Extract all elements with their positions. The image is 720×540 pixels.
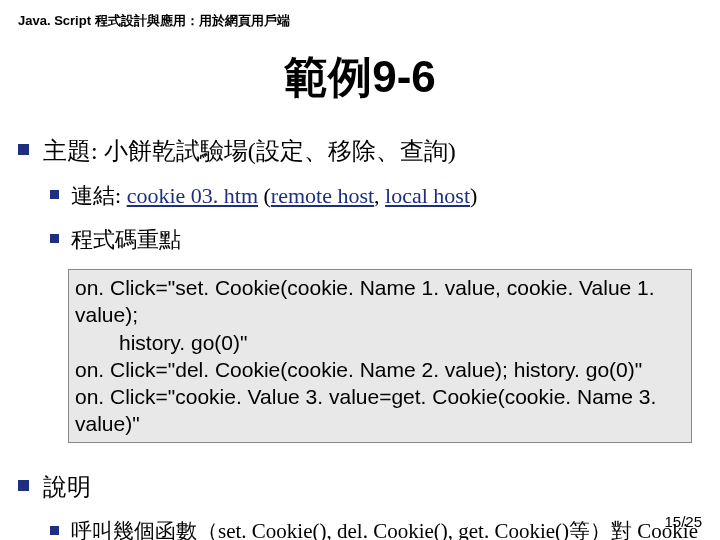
code-box: on. Click="set. Cookie(cookie. Name 1. v… <box>68 269 692 443</box>
topic-body: : 小餅乾試驗場(設定、移除、查詢) <box>91 138 456 164</box>
page-number: 15/25 <box>664 513 702 530</box>
explain-row: 說明 <box>18 471 702 503</box>
title-cjk: 範例 <box>284 53 372 102</box>
link-line: 連結: cookie 03. htm (remote host, local h… <box>71 181 477 211</box>
explain-body-row: 呼叫幾個函數（set. Cookie(), del. Cookie(), get… <box>50 517 702 540</box>
paren-open: ( <box>258 183 271 208</box>
link-file[interactable]: cookie 03. htm <box>127 183 258 208</box>
title-latin: 9-6 <box>372 52 436 101</box>
link-prefix: 連結: <box>71 183 127 208</box>
code-line: history. go(0)" <box>75 329 685 356</box>
code-line: on. Click="del. Cookie(cookie. Name 2. v… <box>75 358 642 381</box>
topic-text: 主題: 小餅乾試驗場(設定、移除、查詢) <box>43 135 456 167</box>
code-line: on. Click="cookie. Value 3. value=get. C… <box>75 385 656 435</box>
slide-title: 範例9-6 <box>18 48 702 107</box>
link-row: 連結: cookie 03. htm (remote host, local h… <box>50 181 702 211</box>
sep: , <box>374 183 385 208</box>
link-remote[interactable]: remote host <box>271 183 374 208</box>
bullet-icon <box>50 190 59 199</box>
code-line: on. Click="set. Cookie(cookie. Name 1. v… <box>75 276 655 326</box>
bullet-icon <box>50 234 59 243</box>
bullet-icon <box>50 526 59 535</box>
topic-row: 主題: 小餅乾試驗場(設定、移除、查詢) <box>18 135 702 167</box>
link-local[interactable]: local host <box>385 183 470 208</box>
paren-close: ) <box>470 183 477 208</box>
page-header: Java. Script 程式設計與應用：用於網頁用戶端 <box>18 12 702 30</box>
bullet-icon <box>18 144 29 155</box>
topic-label: 主題 <box>43 138 91 164</box>
codepoint-label: 程式碼重點 <box>71 225 181 255</box>
explain-label: 說明 <box>43 471 91 503</box>
codepoint-row: 程式碼重點 <box>50 225 702 255</box>
explain-body: 呼叫幾個函數（set. Cookie(), del. Cookie(), get… <box>71 517 702 540</box>
bullet-icon <box>18 480 29 491</box>
